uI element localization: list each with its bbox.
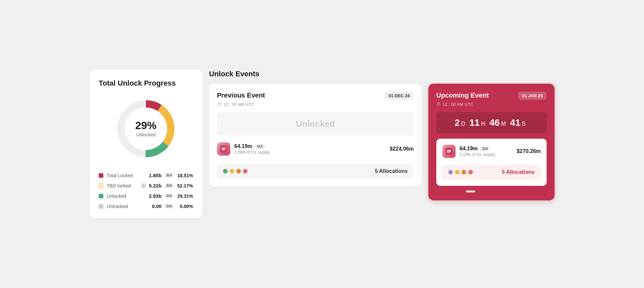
carousel-dot-1[interactable] <box>466 190 475 192</box>
previous-event-card: Previous Event 01 DEC 24 ⏱ 12 : 00 AM UT… <box>209 84 422 187</box>
main-container: Total Unlock Progress 29% Unlocked <box>89 70 555 218</box>
legend-item-untracked: Untracked 0.00 SUI 0.00% <box>99 203 193 209</box>
carousel-dots <box>436 190 547 192</box>
legend-name-tbd: TBD locked <box>107 183 138 188</box>
previous-allocation-label: 5 Allocations <box>375 168 408 174</box>
legend-value-unlocked: 2.93b <box>149 193 161 199</box>
previous-token-badge: SUI <box>255 144 265 149</box>
previous-token-usd: $224.06m <box>390 146 414 152</box>
countdown-hours: 11 <box>470 117 480 128</box>
legend-row-untracked: Untracked 0.00 SUI 0.00% <box>107 203 193 209</box>
legend-row-unlocked: Unlocked 2.93b SUI 29.31% <box>107 193 193 199</box>
dot-pink-2 <box>468 170 473 175</box>
legend-pct-tbd: 52.17% <box>176 183 193 188</box>
dot-yellow <box>230 169 234 174</box>
unlock-events-panel: Unlock Events Previous Event 01 DEC 24 ⏱… <box>209 70 422 187</box>
legend-pct-untracked: 0.00% <box>176 204 193 209</box>
previous-event-date: 01 DEC 24 <box>384 92 414 100</box>
clock-icon: ⏱ <box>217 102 221 107</box>
upcoming-event-card: Upcoming Event 01 JAN 25 ⏱ 12 : 00 AM UT… <box>428 84 555 200</box>
legend-dot-untracked <box>99 204 103 209</box>
upcoming-token-usd: $270.26m <box>517 148 541 154</box>
legend-value-untracked: 0.00 <box>152 203 161 209</box>
countdown-days-unit: D <box>461 120 466 127</box>
dot-orange-2 <box>462 170 466 175</box>
legend-item-locked: Total Locked 1.85b SUI 18.51% <box>99 173 193 178</box>
upcoming-event-time: ⏱ 12 : 00 AM UTC <box>436 102 547 107</box>
countdown-minutes-unit: M <box>501 120 506 127</box>
upcoming-token-supply: 2.19% of Cir. supply <box>460 152 513 157</box>
legend-dot-locked <box>99 173 103 178</box>
dot-pink <box>243 169 248 174</box>
section-title: Unlock Events <box>209 70 422 78</box>
countdown-hours-unit: H <box>481 120 485 127</box>
upcoming-time-text: 12 : 00 AM UTC <box>443 102 473 107</box>
previous-token-info: 64.19m SUI 2.19% of Cir. supply <box>234 143 386 155</box>
right-spacer <box>428 70 555 84</box>
upcoming-token-amount-row: 64.19m SUI <box>460 146 513 152</box>
upcoming-inner-card: 64.19m SUI 2.19% of Cir. supply $270.26m <box>436 139 547 186</box>
upcoming-event-title: Upcoming Event <box>436 92 489 99</box>
previous-allocations-row[interactable]: 5 Allocations <box>217 164 414 179</box>
sui-badge-untracked: SUI <box>164 204 174 209</box>
previous-token-amount: 64.19m <box>234 143 252 149</box>
panel-title: Total Unlock Progress <box>99 79 193 88</box>
legend-value-tbd: 5.22b <box>149 183 161 188</box>
upcoming-allocation-label: 5 Allocations <box>502 169 535 175</box>
upcoming-token-badge: SUI <box>480 146 490 151</box>
info-icon-tbd[interactable]: i <box>141 183 146 188</box>
upcoming-event-date: 01 JAN 25 <box>518 92 547 100</box>
dot-green <box>223 169 228 174</box>
previous-event-time-text: 12 : 00 AM UTC <box>223 102 254 107</box>
donut-chart: 29% Unlocked <box>113 96 179 162</box>
upcoming-allocation-dots <box>448 170 473 175</box>
countdown-minutes: 46 <box>489 117 500 128</box>
unlock-progress-panel: Total Unlock Progress 29% Unlocked <box>89 70 202 218</box>
legend-name-unlocked: Unlocked <box>107 193 146 199</box>
legend-pct-unlocked: 29.31% <box>176 193 193 199</box>
upcoming-token-info: 64.19m SUI 2.19% of Cir. supply <box>460 146 513 157</box>
sui-badge-locked: SUI <box>164 173 174 178</box>
carousel-dot-3[interactable] <box>491 190 503 192</box>
previous-token-icon <box>217 142 230 156</box>
countdown-seconds: 41 <box>510 117 520 128</box>
sui-badge-tbd: SUI <box>164 183 174 188</box>
unlocked-box-text: Unlocked <box>296 119 335 129</box>
donut-center: 29% Unlocked <box>135 120 157 137</box>
previous-event-header: Previous Event 01 DEC 24 <box>217 92 414 100</box>
legend-item-unlocked: Unlocked 2.93b SUI 29.31% <box>99 193 193 199</box>
legend-name-untracked: Untracked <box>107 204 149 209</box>
carousel-dot-4[interactable] <box>505 190 517 192</box>
legend-row-locked: Total Locked 1.85b SUI 18.51% <box>107 173 193 178</box>
legend-value-locked: 1.85b <box>149 173 161 178</box>
upcoming-allocations-row[interactable]: 5 Allocations <box>442 165 541 180</box>
donut-chart-container: 29% Unlocked <box>99 96 193 162</box>
countdown-days: 2 <box>455 117 460 128</box>
upcoming-event-panel: Upcoming Event 01 JAN 25 ⏱ 12 : 00 AM UT… <box>428 70 555 200</box>
donut-percent: 29% <box>135 120 157 131</box>
upcoming-token-amount: 64.19m <box>460 146 478 152</box>
legend-name-locked: Total Locked <box>107 173 146 178</box>
countdown-seconds-unit: S <box>522 120 526 127</box>
previous-token-supply: 2.19% of Cir. supply <box>234 150 386 155</box>
legend-dot-unlocked <box>99 194 103 198</box>
upcoming-clock-icon: ⏱ <box>436 102 441 107</box>
legend-row-tbd: TBD locked i 5.22b SUI 52.17% <box>107 183 193 188</box>
legend-info-tbd: i <box>141 183 146 188</box>
upcoming-token-icon <box>442 145 456 158</box>
previous-allocation-dots <box>223 169 248 174</box>
countdown-box: 2 D 11 H 46 M 41 S <box>436 112 547 133</box>
previous-event-time: ⏱ 12 : 00 AM UTC <box>217 102 414 107</box>
dot-yellow-2 <box>455 170 460 175</box>
legend: Total Locked 1.85b SUI 18.51% TBD locked… <box>99 173 193 209</box>
unlocked-box: Unlocked <box>217 112 414 136</box>
legend-item-tbd: TBD locked i 5.22b SUI 52.17% <box>99 183 193 188</box>
dot-orange <box>236 169 241 174</box>
previous-token-row: 64.19m SUI 2.19% of Cir. supply $224.06m <box>217 142 414 156</box>
previous-event-title: Previous Event <box>217 92 265 99</box>
upcoming-token-row: 64.19m SUI 2.19% of Cir. supply $270.26m <box>442 145 541 158</box>
legend-pct-locked: 18.51% <box>176 173 193 178</box>
dot-purple <box>448 170 453 175</box>
carousel-dot-2[interactable] <box>477 190 489 192</box>
previous-token-amount-row: 64.19m SUI <box>234 143 386 149</box>
